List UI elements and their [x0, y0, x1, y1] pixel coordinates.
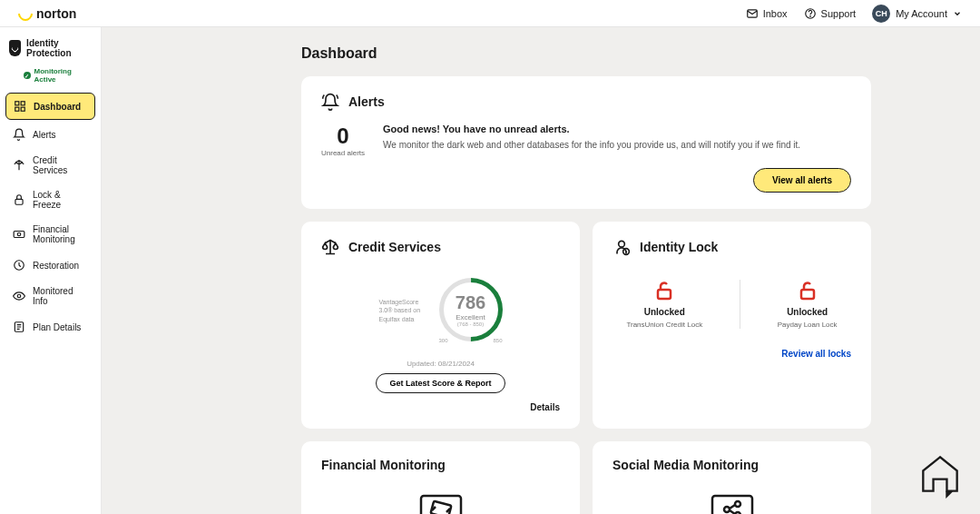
- credit-card: Credit Services VantageScore 3.0® based …: [301, 222, 580, 429]
- sidebar-item-plan[interactable]: Plan Details: [5, 314, 95, 340]
- monitoring-status: Monitoring Active: [5, 65, 95, 93]
- top-actions: Inbox Support CH My Account: [746, 5, 962, 23]
- svg-point-10: [17, 294, 21, 298]
- alerts-icon: [13, 128, 25, 141]
- lock-item-payday: Unlocked Payday Loan Lock: [778, 280, 838, 329]
- inbox-label: Inbox: [763, 8, 788, 19]
- lock-icon: [13, 193, 25, 206]
- svg-rect-6: [21, 107, 24, 111]
- social-card: Social Media Monitoring Link Social Medi…: [593, 441, 871, 514]
- alerts-headline: Good news! You have no unread alerts.: [383, 124, 851, 134]
- sidebar-header: Identity Protection: [5, 38, 95, 65]
- sidebar-item-dashboard[interactable]: Dashboard: [5, 93, 95, 120]
- svg-point-9: [17, 232, 21, 236]
- sidebar-item-monitored[interactable]: Monitored Info: [5, 280, 95, 312]
- brand-name: norton: [36, 6, 76, 21]
- credit-note: VantageScore 3.0® based on Equifax data: [379, 298, 425, 322]
- restore-icon: [13, 259, 25, 272]
- dashboard-icon: [14, 100, 26, 113]
- lock-item-transunion: Unlocked TransUnion Credit Lock: [626, 280, 702, 329]
- unlock-icon: [653, 280, 675, 301]
- sidebar-item-label: Dashboard: [34, 102, 81, 112]
- inbox-icon: [746, 7, 759, 20]
- alerts-card: Alerts 0 Unread alerts Good news! You ha…: [301, 76, 871, 209]
- sidebar-title: Identity Protection: [26, 38, 92, 58]
- top-bar: norton Inbox Support CH My Account: [0, 0, 980, 27]
- svg-rect-8: [14, 232, 24, 238]
- svg-point-20: [735, 501, 740, 507]
- svg-point-19: [724, 507, 730, 512]
- identity-lock-card: Identity Lock Unlocked TransUnion Credit…: [593, 222, 871, 429]
- support-label: Support: [821, 8, 857, 19]
- lock-status: Unlocked: [778, 307, 838, 317]
- alerts-card-icon: [321, 93, 339, 111]
- alerts-count-label: Unread alerts: [321, 149, 365, 157]
- view-alerts-button[interactable]: View all alerts: [753, 168, 851, 193]
- sidebar-item-label: Credit Services: [33, 155, 88, 175]
- monitoring-label: Monitoring Active: [34, 67, 92, 84]
- sidebar-item-alerts[interactable]: Alerts: [5, 122, 95, 147]
- sidebar: Identity Protection Monitoring Active Da…: [0, 27, 102, 514]
- avatar: CH: [872, 5, 890, 23]
- sidebar-item-label: Lock & Freeze: [33, 190, 88, 210]
- svg-rect-7: [15, 199, 23, 204]
- credit-card-icon: [321, 238, 339, 256]
- sidebar-item-label: Alerts: [33, 130, 56, 140]
- lock-name: TransUnion Credit Lock: [626, 321, 702, 329]
- alerts-description: We monitor the dark web and other databa…: [383, 140, 851, 150]
- sidebar-item-financial[interactable]: Financial Monitoring: [5, 218, 95, 251]
- alerts-count-num: 0: [321, 124, 365, 149]
- svg-rect-15: [801, 290, 814, 299]
- financial-title: Financial Monitoring: [321, 458, 560, 472]
- inbox-link[interactable]: Inbox: [746, 7, 788, 20]
- chat-bubble-icon[interactable]: [915, 449, 965, 499]
- account-menu[interactable]: CH My Account: [872, 5, 962, 23]
- account-label: My Account: [896, 8, 947, 19]
- credit-title: Credit Services: [348, 240, 441, 254]
- lock-name: Payday Loan Lock: [778, 321, 838, 329]
- financial-card: Financial Monitoring Get Started: [301, 441, 580, 514]
- sidebar-item-lock[interactable]: Lock & Freeze: [5, 183, 95, 216]
- brand-logo[interactable]: norton: [18, 6, 76, 21]
- sidebar-item-label: Restoration: [33, 261, 79, 271]
- review-locks-link[interactable]: Review all locks: [612, 349, 851, 359]
- svg-rect-16: [421, 496, 461, 514]
- page-title: Dashboard: [301, 45, 871, 62]
- svg-point-2: [809, 15, 810, 16]
- social-monitor-icon: [705, 490, 760, 514]
- sidebar-item-restoration[interactable]: Restoration: [5, 252, 95, 278]
- shield-icon: [9, 40, 21, 56]
- unlock-icon: [797, 280, 818, 301]
- credit-updated: Updated: 08/21/2024: [321, 360, 560, 368]
- sidebar-nav: Dashboard Alerts Credit Services Lock & …: [5, 93, 95, 340]
- get-score-button[interactable]: Get Latest Score & Report: [376, 373, 505, 393]
- support-link[interactable]: Support: [804, 7, 857, 20]
- plan-icon: [13, 321, 25, 333]
- lock-status: Unlocked: [626, 307, 702, 317]
- sidebar-item-label: Financial Monitoring: [33, 224, 88, 244]
- sidebar-item-credit[interactable]: Credit Services: [5, 149, 95, 182]
- svg-point-12: [619, 241, 625, 247]
- scale-icon: [13, 159, 25, 172]
- identity-lock-title: Identity Lock: [640, 240, 718, 254]
- social-title: Social Media Monitoring: [612, 458, 851, 472]
- status-dot-icon: [24, 72, 31, 79]
- money-icon: [13, 228, 25, 241]
- svg-rect-3: [15, 102, 19, 105]
- financial-monitor-icon: [414, 490, 468, 514]
- svg-rect-14: [658, 290, 671, 299]
- eye-icon: [13, 290, 25, 302]
- alerts-title: Alerts: [348, 94, 385, 109]
- identity-lock-icon: [612, 238, 631, 256]
- credit-details-link[interactable]: Details: [321, 402, 560, 412]
- norton-logo-icon: [15, 3, 36, 24]
- svg-rect-5: [15, 107, 19, 111]
- svg-rect-4: [21, 102, 24, 105]
- sidebar-item-label: Monitored Info: [33, 286, 88, 306]
- main-content: Dashboard Alerts 0 Unread alerts Good ne…: [102, 27, 980, 514]
- chevron-down-icon: [953, 9, 962, 18]
- help-icon: [804, 7, 817, 20]
- alerts-count: 0 Unread alerts: [321, 124, 365, 157]
- credit-gauge: 786 Excellent (768 - 850): [439, 278, 503, 341]
- sidebar-item-label: Plan Details: [33, 322, 81, 332]
